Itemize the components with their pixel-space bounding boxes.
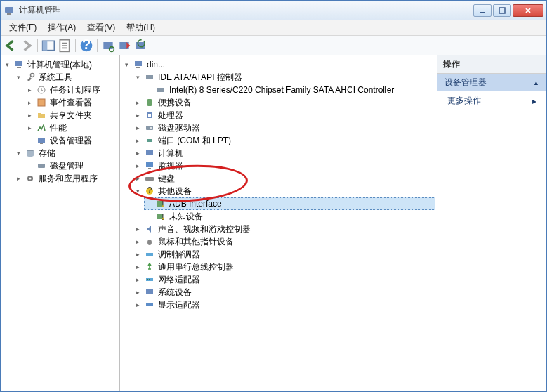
warning-device-icon: ! bbox=[155, 198, 166, 209]
scan-hardware-button[interactable] bbox=[101, 39, 115, 53]
svg-rect-17 bbox=[38, 99, 45, 106]
svg-point-23 bbox=[29, 178, 32, 180]
collapse-icon[interactable]: ▾ bbox=[134, 188, 142, 195]
nav-shared-folders[interactable]: ▸共享文件夹 bbox=[25, 109, 118, 122]
maximize-button[interactable] bbox=[493, 4, 511, 17]
minimize-button[interactable] bbox=[473, 4, 492, 17]
expand-icon[interactable]: ▸ bbox=[134, 175, 142, 183]
category-keyboards[interactable]: ▸键盘 bbox=[133, 172, 435, 185]
device-label: 鼠标和其他指针设备 bbox=[158, 236, 234, 248]
uninstall-button[interactable] bbox=[117, 39, 131, 53]
nav-performance[interactable]: ▸性能 bbox=[25, 122, 118, 134]
nav-services-apps[interactable]: ▸服务和应用程序 bbox=[13, 172, 118, 185]
category-mice[interactable]: ▸鼠标和其他指针设备 bbox=[133, 235, 435, 248]
category-monitors[interactable]: ▸监视器 bbox=[133, 159, 435, 172]
expand-icon[interactable]: ▸ bbox=[26, 112, 34, 119]
collapse-icon[interactable]: ▾ bbox=[15, 150, 22, 157]
nav-storage[interactable]: ▾存储 bbox=[13, 147, 118, 159]
svg-rect-3 bbox=[499, 8, 505, 13]
svg-rect-25 bbox=[136, 67, 140, 68]
category-ports[interactable]: ▸端口 (COM 和 LPT) bbox=[133, 134, 435, 147]
expand-icon[interactable]: ▸ bbox=[26, 99, 34, 107]
expand-icon[interactable]: ▸ bbox=[15, 175, 22, 183]
collapse-icon[interactable]: ▾ bbox=[4, 61, 11, 69]
window-title: 计算机管理 bbox=[19, 4, 473, 16]
category-display[interactable]: ▸显示适配器 bbox=[133, 299, 435, 311]
properties-button[interactable] bbox=[58, 39, 72, 53]
menu-view[interactable]: 查看(V) bbox=[81, 20, 121, 35]
nav-event-viewer[interactable]: ▸事件查看器 bbox=[25, 96, 118, 109]
actions-section[interactable]: 设备管理器 ▲ bbox=[437, 74, 546, 91]
svg-rect-50 bbox=[146, 303, 153, 306]
expand-icon[interactable]: ▸ bbox=[134, 99, 142, 107]
device-adb-interface[interactable]: !ADB Interface bbox=[144, 197, 435, 210]
show-hide-tree-button[interactable] bbox=[41, 39, 55, 53]
expand-icon[interactable]: ▸ bbox=[134, 124, 142, 132]
device-root[interactable]: ▾din... bbox=[121, 58, 435, 71]
toolbar-separator bbox=[75, 39, 76, 52]
category-modems[interactable]: ▸调制解调器 bbox=[133, 248, 435, 261]
device-intel-sata[interactable]: Intel(R) 8 Series/C220 Chipset Family SA… bbox=[144, 84, 435, 96]
svg-rect-1 bbox=[7, 13, 11, 15]
svg-rect-24 bbox=[135, 61, 142, 66]
expand-icon[interactable]: ▸ bbox=[26, 86, 34, 94]
expand-icon[interactable]: ▸ bbox=[134, 150, 142, 157]
device-unknown[interactable]: !未知设备 bbox=[144, 210, 435, 223]
category-other-devices[interactable]: ▾?其他设备 bbox=[133, 185, 435, 197]
svg-point-48 bbox=[149, 279, 150, 280]
system-icon bbox=[144, 287, 155, 298]
nav-root[interactable]: ▾ 计算机管理(本地) bbox=[2, 58, 118, 71]
svg-text:?: ? bbox=[82, 39, 91, 52]
nav-disk-management[interactable]: 磁盘管理 bbox=[25, 159, 118, 172]
network-icon bbox=[144, 274, 155, 285]
category-computer[interactable]: ▸计算机 bbox=[133, 147, 435, 159]
category-disk-drives[interactable]: ▸磁盘驱动器 bbox=[133, 122, 435, 134]
port-icon bbox=[144, 135, 155, 146]
expand-icon[interactable]: ▸ bbox=[134, 238, 142, 246]
wrench-icon bbox=[25, 72, 36, 83]
device-label: 监视器 bbox=[158, 160, 183, 172]
expand-icon[interactable]: ▸ bbox=[134, 162, 142, 170]
category-network[interactable]: ▸网络适配器 bbox=[133, 273, 435, 286]
menu-file[interactable]: 文件(F) bbox=[4, 20, 42, 35]
menu-help[interactable]: 帮助(H) bbox=[121, 20, 161, 35]
device-label: 便携设备 bbox=[158, 97, 192, 109]
device-label: 磁盘驱动器 bbox=[158, 122, 200, 134]
category-portable[interactable]: ▸便携设备 bbox=[133, 96, 435, 109]
expand-icon[interactable]: ▸ bbox=[134, 301, 142, 309]
category-ide[interactable]: ▾IDE ATA/ATAPI 控制器 bbox=[133, 71, 435, 84]
expand-icon[interactable]: ▸ bbox=[134, 276, 142, 284]
expand-icon[interactable]: ▸ bbox=[134, 289, 142, 296]
category-usb[interactable]: ▸通用串行总线控制器 bbox=[133, 261, 435, 273]
svg-rect-36 bbox=[148, 168, 151, 169]
refresh-button[interactable] bbox=[133, 39, 147, 53]
device-label: 未知设备 bbox=[169, 211, 203, 223]
category-sound-video[interactable]: ▸声音、视频和游戏控制器 bbox=[133, 223, 435, 235]
expand-icon[interactable]: ▸ bbox=[134, 251, 142, 259]
expand-icon[interactable]: ▸ bbox=[134, 112, 142, 119]
collapse-icon[interactable]: ▾ bbox=[123, 61, 131, 69]
device-label: 端口 (COM 和 LPT) bbox=[158, 135, 231, 147]
category-processors[interactable]: ▸处理器 bbox=[133, 109, 435, 122]
back-button[interactable] bbox=[4, 39, 18, 53]
menu-action[interactable]: 操作(A) bbox=[42, 20, 81, 35]
sound-icon bbox=[144, 223, 155, 235]
close-button[interactable] bbox=[513, 4, 543, 17]
expand-icon[interactable]: ▸ bbox=[134, 263, 142, 271]
category-system-devices[interactable]: ▸系统设备 bbox=[133, 286, 435, 299]
nav-system-tools[interactable]: ▾ 系统工具 bbox=[13, 71, 118, 84]
expand-icon[interactable]: ▸ bbox=[26, 124, 34, 132]
nav-label: 系统工具 bbox=[39, 72, 72, 84]
expand-icon[interactable]: ▸ bbox=[134, 226, 142, 233]
svg-rect-49 bbox=[146, 289, 153, 294]
help-button[interactable]: ? bbox=[79, 39, 93, 53]
forward-button[interactable] bbox=[20, 39, 34, 53]
action-more[interactable]: 更多操作 ▸ bbox=[437, 91, 546, 110]
collapse-icon[interactable]: ▾ bbox=[15, 74, 22, 81]
disk-icon bbox=[36, 160, 47, 171]
collapse-icon[interactable]: ▾ bbox=[134, 74, 142, 81]
nav-device-manager[interactable]: 设备管理器 bbox=[25, 134, 118, 147]
expand-icon[interactable]: ▸ bbox=[134, 137, 142, 145]
computer-icon bbox=[144, 148, 155, 159]
nav-task-scheduler[interactable]: ▸任务计划程序 bbox=[25, 84, 118, 96]
